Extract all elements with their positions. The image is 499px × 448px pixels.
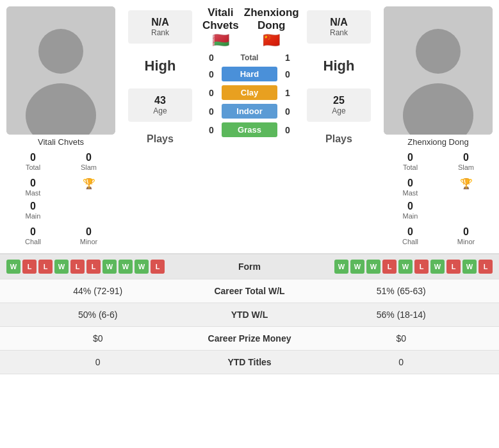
right-age-label: Age xyxy=(313,106,364,115)
form-badge-right-w: W xyxy=(350,260,364,274)
right-chall-label: Chall xyxy=(402,238,418,245)
right-total-label: Total xyxy=(403,163,418,171)
stat-row-1: 50% (6-6) YTD W/L 56% (18-14) xyxy=(0,303,499,327)
right-player-photo xyxy=(384,6,493,135)
left-chall-label: Chall xyxy=(25,238,41,245)
stat-left-0: 44% (72-91) xyxy=(10,286,186,296)
left-high-box: High xyxy=(145,47,176,85)
left-rank-value: N/A xyxy=(135,17,186,28)
stat-right-1: 56% (18-14) xyxy=(314,310,489,320)
left-age-value: 43 xyxy=(135,95,186,106)
players-comparison: Vitali Chvets 0 Total 0 Slam 0 Mast 🏆 xyxy=(0,0,499,253)
form-badge-left-l: L xyxy=(38,260,53,274)
left-plays-text: Plays xyxy=(147,129,174,149)
right-high-box: High xyxy=(323,47,355,85)
left-mast-label: Mast xyxy=(26,189,41,197)
left-total-label: Total xyxy=(26,163,40,171)
right-player-name: Zhenxiong Dong xyxy=(407,137,468,147)
left-main-cell: 0 Main xyxy=(6,199,60,221)
right-plays-text: Plays xyxy=(325,129,352,149)
form-label: Form xyxy=(211,261,288,272)
form-badge-left-w: W xyxy=(135,260,149,274)
left-info-panel: N/A Rank High 43 Age Plays xyxy=(122,6,199,153)
stat-center-2: Career Prize Money xyxy=(186,333,314,344)
right-chall-value: 0 xyxy=(407,226,413,238)
right-rank-label: Rank xyxy=(313,28,364,37)
form-badge-right-l: L xyxy=(446,260,461,274)
form-row: WLLWLLWWWL Form WWWLWLWLWL xyxy=(0,254,499,279)
left-slam-cell: 0 Slam xyxy=(61,151,116,172)
right-main-cell: 0 Main xyxy=(383,199,438,221)
form-badges-left: WLLWLLWWWL xyxy=(6,260,211,274)
form-badge-left-w: W xyxy=(119,260,133,274)
form-badge-right-l: L xyxy=(479,260,493,274)
form-badge-right-l: L xyxy=(382,260,397,274)
left-main-label: Main xyxy=(26,212,41,220)
form-badge-left-w: W xyxy=(6,260,20,274)
left-high-text: High xyxy=(145,53,176,79)
right-stats-grid: 0 Total 0 Slam xyxy=(380,151,496,172)
left-plays-box: Plays xyxy=(147,126,174,153)
right-total-value: 0 xyxy=(407,152,413,163)
right-minor-value: 0 xyxy=(463,226,469,238)
clay-row2: 0 Clay 1 xyxy=(205,85,294,100)
form-badge-right-w: W xyxy=(366,260,380,274)
stat-row-2: $0 Career Prize Money $0 xyxy=(0,327,499,351)
right-high-text: High xyxy=(323,53,355,79)
left-chall-cell: 0 Chall xyxy=(6,225,60,247)
left-player-photo xyxy=(6,6,115,135)
left-chall-value: 0 xyxy=(30,226,36,238)
left-main-value: 0 xyxy=(30,201,36,212)
right-age-box: 25 Age xyxy=(307,88,371,122)
right-chall-cell: 0 Chall xyxy=(383,225,438,247)
right-mast-label: Mast xyxy=(403,189,418,197)
surface-rows-inner: 0 Total 1 0 Hard 0 0 Clay 1 0 Indoor 0 0… xyxy=(199,53,300,141)
right-player-block: Zhenxiong Dong 0 Total 0 Slam 0 Mast 🏆 xyxy=(380,6,496,247)
right-rank-value: N/A xyxy=(313,17,364,28)
form-badge-left-l: L xyxy=(86,260,101,274)
stat-left-2: $0 xyxy=(10,333,186,344)
stat-row-3: 0 YTD Titles 0 xyxy=(0,351,499,374)
stat-row-0: 44% (72-91) Career Total W/L 51% (65-63) xyxy=(0,279,499,303)
right-mast-cell: 0 Mast xyxy=(383,176,438,198)
form-badge-right-w: W xyxy=(430,260,445,274)
form-badge-right-w: W xyxy=(334,260,348,274)
stat-center-1: YTD W/L xyxy=(186,310,314,320)
right-mast-value: 0 xyxy=(407,178,413,189)
trophy-icon-left: 🏆 xyxy=(83,178,95,190)
left-minor-cell: 0 Minor xyxy=(61,225,116,247)
left-minor-label: Minor xyxy=(80,238,98,245)
right-stats-grid3: 0 Chall 0 Minor xyxy=(380,225,496,247)
stat-left-3: 0 xyxy=(10,357,186,367)
left-total-cell: 0 Total xyxy=(6,151,60,172)
right-info-panel: N/A Rank High 25 Age Plays xyxy=(300,6,377,153)
right-slam-label: Slam xyxy=(458,163,474,171)
svg-point-4 xyxy=(416,29,461,74)
right-age-value: 25 xyxy=(313,95,364,106)
right-main-label: Main xyxy=(403,212,418,220)
left-stats-grid: 0 Total 0 Slam xyxy=(3,151,119,172)
left-rank-label: Rank xyxy=(135,28,186,37)
total-row2: 0 Total 1 xyxy=(205,53,294,63)
left-mast-cell: 0 Mast xyxy=(6,176,60,198)
left-stats-grid3: 0 Chall 0 Minor xyxy=(3,225,119,247)
stats-rows: 44% (72-91) Career Total W/L 51% (65-63)… xyxy=(0,279,499,374)
left-stats-grid2: 0 Mast 🏆 0 Main xyxy=(3,176,119,221)
right-slam-value: 0 xyxy=(463,152,469,163)
bottom-section: WLLWLLWWWL Form WWWLWLWLWL 44% (72-91) C… xyxy=(0,253,499,374)
left-player-name: Vitali Chvets xyxy=(38,137,84,147)
right-total-cell: 0 Total xyxy=(383,151,438,172)
right-minor-cell: 0 Minor xyxy=(439,225,493,247)
right-plays-box: Plays xyxy=(325,126,352,153)
stat-right-3: 0 xyxy=(314,357,489,367)
form-badge-left-w: W xyxy=(102,260,117,274)
form-badges-right: WWWLWLWLWL xyxy=(288,260,493,274)
form-badge-right-w: W xyxy=(398,260,413,274)
form-badge-left-w: W xyxy=(54,260,69,274)
right-slam-cell: 0 Slam xyxy=(439,151,493,172)
left-rank-box: N/A Rank xyxy=(128,10,192,44)
left-slam-value: 0 xyxy=(86,152,92,163)
stat-right-2: $0 xyxy=(314,333,489,344)
hard-row2: 0 Hard 0 xyxy=(205,67,294,81)
form-badge-left-l: L xyxy=(22,260,37,274)
